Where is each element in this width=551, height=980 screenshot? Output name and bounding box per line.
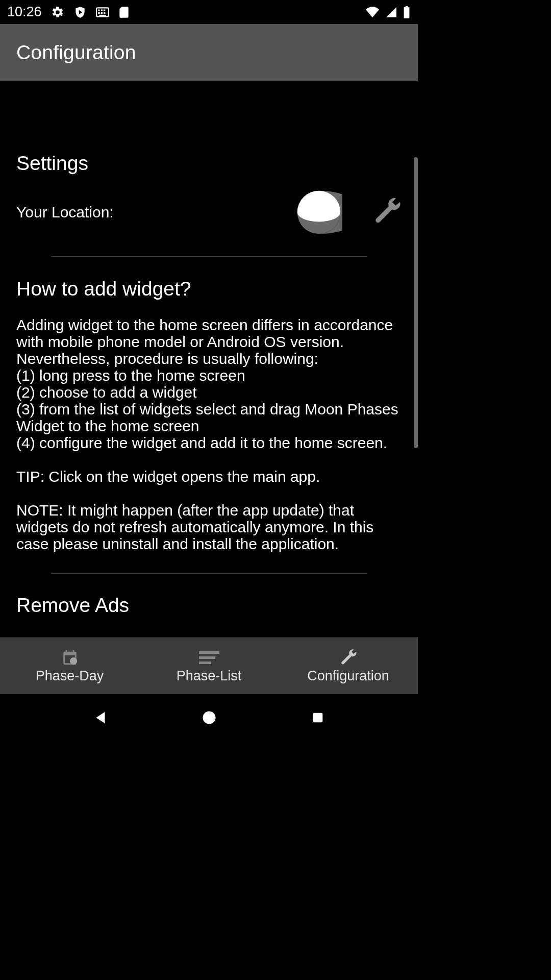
location-label: Your Location: [16, 204, 114, 221]
content[interactable]: Settings Your Location: How to add widge… [0, 81, 418, 637]
svg-rect-7 [99, 14, 106, 15]
recent-icon [311, 710, 325, 727]
tab-label: Phase-List [177, 668, 242, 684]
svg-rect-4 [98, 12, 99, 14]
svg-rect-3 [104, 9, 105, 11]
svg-point-9 [70, 657, 77, 665]
calendar-icon [61, 649, 79, 666]
svg-rect-6 [104, 12, 105, 14]
list-icon [199, 649, 219, 666]
nav-home-button[interactable] [197, 707, 221, 730]
moon-phase-icon[interactable] [295, 189, 342, 236]
page-title: Configuration [16, 41, 136, 64]
settings-heading: Settings [16, 152, 402, 175]
shield-play-icon [73, 6, 87, 19]
tab-label: Configuration [307, 668, 389, 684]
tab-configuration[interactable]: Configuration [279, 638, 418, 694]
remove-ads-heading: Remove Ads [16, 594, 402, 617]
wifi-icon [365, 6, 380, 18]
system-nav-bar [0, 694, 418, 743]
divider [51, 573, 367, 574]
nav-back-button[interactable] [89, 707, 112, 730]
location-row: Your Location: [16, 189, 402, 236]
howto-heading: How to add widget? [16, 278, 402, 300]
tab-phase-day[interactable]: Phase-Day [0, 638, 139, 694]
svg-point-13 [203, 712, 215, 724]
app-bar: Configuration [0, 24, 418, 81]
keyboard-icon [96, 7, 109, 18]
battery-icon [403, 6, 411, 19]
svg-rect-12 [199, 662, 211, 664]
svg-rect-1 [98, 9, 99, 11]
howto-body: Adding widget to the home screen differs… [16, 316, 402, 552]
tab-phase-list[interactable]: Phase-List [139, 638, 279, 694]
svg-rect-14 [313, 713, 322, 723]
sd-card-icon [118, 6, 130, 19]
wrench-icon [373, 197, 402, 228]
back-icon [92, 709, 109, 728]
signal-icon [385, 6, 397, 18]
nav-recent-button[interactable] [306, 707, 330, 730]
wrench-icon [338, 649, 359, 666]
screen: 10:26 Conf [0, 0, 418, 743]
status-left: 10:26 [7, 4, 130, 20]
status-time: 10:26 [7, 4, 42, 20]
bottom-tab-bar: Phase-Day Phase-List Configuration [0, 638, 418, 694]
status-right [365, 6, 411, 19]
svg-rect-2 [101, 9, 102, 11]
scrollbar[interactable] [414, 157, 418, 448]
svg-rect-11 [199, 656, 215, 659]
svg-rect-10 [199, 651, 219, 654]
home-icon [202, 710, 217, 727]
svg-rect-5 [101, 12, 102, 14]
tab-label: Phase-Day [36, 668, 104, 684]
content-top-spacer [16, 81, 402, 152]
location-settings-button[interactable] [373, 197, 402, 228]
gear-icon [51, 6, 64, 19]
status-bar: 10:26 [0, 0, 418, 24]
divider [51, 256, 367, 257]
